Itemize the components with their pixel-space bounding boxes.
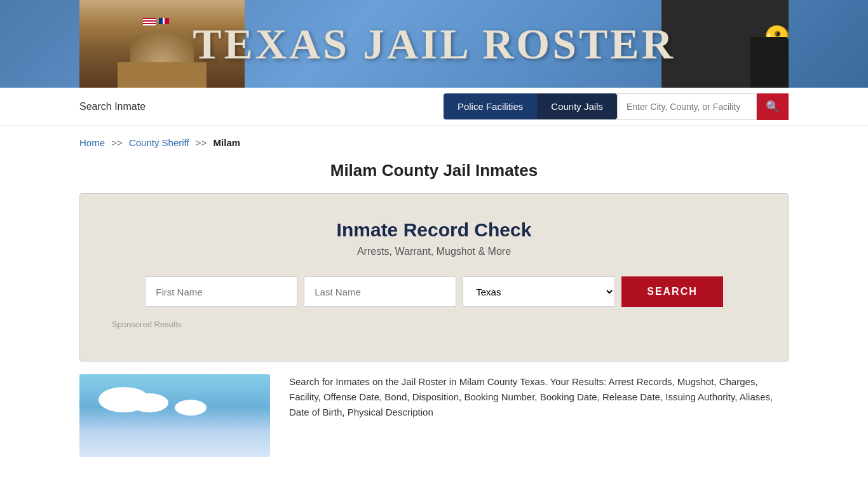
site-title: Texas Jail Roster [193,19,675,69]
us-flag-icon [143,18,156,25]
police-facilities-button[interactable]: Police Facilities [444,93,537,119]
record-check-subtitle: Arrests, Warrant, Mugshot & More [112,246,756,257]
record-check-title: Inmate Record Check [112,219,756,241]
search-form-row: AlabamaAlaskaArizonaArkansasCaliforniaCo… [112,276,756,307]
county-jails-button[interactable]: County Jails [537,93,617,119]
last-name-input[interactable] [304,276,456,307]
breadcrumb-current: Milam [214,137,241,148]
cloud-shape-3 [175,400,207,416]
breadcrumb-sep-2: >> [196,137,207,148]
search-icon: 🔍 [766,100,780,114]
page-title: Milam County Jail Inmates [0,161,868,180]
breadcrumb: Home >> County Sheriff >> Milam [0,126,868,154]
nav-buttons: Police Facilities County Jails 🔍 [444,93,789,120]
breadcrumb-county-sheriff[interactable]: County Sheriff [129,137,189,148]
sponsored-results-label: Sponsored Results [112,320,756,329]
tx-flag-icon [159,18,169,24]
state-select[interactable]: AlabamaAlaskaArizonaArkansasCaliforniaCo… [463,276,615,307]
page-title-section: Milam County Jail Inmates [0,154,868,193]
bottom-image [79,374,270,457]
search-section: Inmate Record Check Arrests, Warrant, Mu… [79,193,789,362]
breadcrumb-home[interactable]: Home [79,137,105,148]
cloud-shape-2 [130,393,168,412]
banner-image-right: 🔑 [661,0,789,88]
facility-search-input[interactable] [617,93,757,120]
nav-bar: Search Inmate Police Facilities County J… [0,88,868,126]
breadcrumb-sep-1: >> [111,137,123,148]
hand-silhouette [750,37,789,88]
header-banner: Texas Jail Roster 🔑 [0,0,868,88]
facility-search-button[interactable]: 🔍 [757,93,789,120]
search-inmate-label: Search Inmate [79,101,444,112]
bottom-section: Search for Inmates on the Jail Roster in… [0,362,868,470]
first-name-input[interactable] [145,276,297,307]
bottom-description: Search for Inmates on the Jail Roster in… [289,374,789,457]
search-button[interactable]: SEARCH [621,276,723,307]
